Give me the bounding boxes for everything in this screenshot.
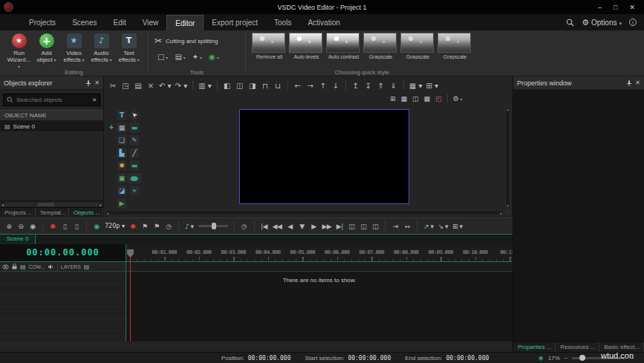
palette-tool-icon[interactable]: ▶	[116, 197, 128, 209]
track-row[interactable]	[0, 272, 126, 284]
search-input[interactable]	[16, 97, 89, 103]
snap-toolbar-icon[interactable]: ▦	[401, 95, 408, 102]
quick-style-auto-levels[interactable]: Auto levels	[289, 33, 324, 59]
search-icon[interactable]	[566, 19, 574, 27]
visibility-eye-icon[interactable]	[2, 264, 9, 269]
speaker-icon[interactable]	[48, 264, 54, 269]
playback-control-icon[interactable]: ◷	[165, 223, 172, 230]
quick-style-grayscale-1[interactable]: Grayscale	[363, 33, 398, 59]
palette-tool-icon[interactable]: ▬	[129, 160, 140, 171]
playback-control-icon[interactable]: ▶	[310, 223, 317, 230]
horizontal-scrollbar[interactable]	[0, 200, 103, 207]
playback-control-icon[interactable]: ⚑	[141, 223, 149, 230]
editor-toolbar-icon[interactable]: ▤	[134, 82, 143, 90]
quick-style-grayscale-3[interactable]: Grayscale	[438, 33, 472, 59]
layers-column-header[interactable]: LAYERS	[61, 264, 81, 269]
tab-projects-explorer[interactable]: Projects ...	[0, 208, 36, 218]
close-icon[interactable]: ✕	[94, 79, 100, 86]
palette-tool-icon[interactable]: ●	[126, 172, 143, 184]
zoom-knob[interactable]	[579, 355, 585, 361]
options-button[interactable]: Options	[582, 18, 622, 27]
scroll-right-icon[interactable]	[100, 202, 102, 207]
menu-item-activation[interactable]: Activation	[299, 15, 348, 30]
components-column-header[interactable]: COM...	[29, 264, 45, 269]
palette-tool-icon[interactable]: ▬	[129, 122, 140, 134]
info-icon[interactable]	[629, 19, 637, 26]
zoom-fit-icon[interactable]	[539, 354, 544, 362]
track-row[interactable]	[0, 307, 126, 319]
editor-toolbar-icon[interactable]: ◨	[248, 82, 257, 90]
add-object-button[interactable]: Add object	[33, 33, 59, 71]
tools-row-icon[interactable]: ◉	[209, 53, 219, 61]
snap-toolbar-icon[interactable]: ▩	[424, 95, 431, 102]
track-row[interactable]	[0, 319, 126, 331]
tools-row-icon[interactable]: ▤	[175, 53, 185, 61]
quick-style-auto-contrast[interactable]: Auto contrast	[326, 33, 361, 59]
editor-toolbar-icon[interactable]: ←	[293, 82, 302, 90]
cutting-splitting-button[interactable]: Cutting and splitting	[155, 36, 239, 46]
tab-properties[interactable]: Properties ...	[513, 342, 556, 352]
palette-tool-icon[interactable]: ▙	[116, 147, 128, 159]
pin-icon[interactable]	[85, 80, 91, 86]
text-effects-button[interactable]: Text effects	[116, 33, 142, 71]
palette-tool-icon[interactable]: ✴	[129, 185, 140, 197]
video-effects-button[interactable]: Video effects	[61, 33, 87, 71]
menu-item-edit[interactable]: Edit	[105, 15, 134, 30]
layers-list-icon[interactable]	[84, 264, 90, 270]
palette-tool-icon[interactable]: ◪	[116, 185, 128, 197]
editor-toolbar-icon[interactable]: ◫	[235, 82, 244, 90]
volume-knob[interactable]	[212, 223, 216, 229]
editor-toolbar-icon[interactable]: ⊓	[261, 82, 270, 90]
palette-tool-icon[interactable]: ✱	[116, 160, 128, 171]
horizontal-scrollbar[interactable]	[105, 210, 504, 215]
playhead-line[interactable]	[130, 257, 131, 341]
scroll-right-icon[interactable]	[500, 211, 502, 215]
tab-resources[interactable]: Resources ...	[556, 342, 599, 352]
playback-control-icon[interactable]: ▶▶	[322, 223, 331, 230]
zoom-out-icon[interactable]	[565, 355, 568, 362]
pin-icon[interactable]	[626, 80, 632, 86]
menu-item-view[interactable]: View	[134, 15, 167, 30]
vertical-scrollbar[interactable]	[505, 106, 510, 209]
palette-tool-icon[interactable]: ╱	[129, 147, 140, 159]
snap-toolbar-icon[interactable]: ⊞	[390, 95, 396, 102]
volume-slider[interactable]	[198, 225, 228, 227]
playback-control-icon[interactable]: ⇥	[391, 223, 399, 230]
scroll-left-icon[interactable]	[107, 211, 109, 215]
playback-control-icon[interactable]: ↗ ▾	[423, 223, 433, 230]
timeline-ruler[interactable]: 00:01.00000:02.00000:03.00000:04.00000:0…	[126, 244, 513, 262]
move-tool-icon[interactable]	[107, 109, 116, 209]
scene-tab[interactable]: Scene 0	[0, 235, 36, 244]
playback-control-icon[interactable]: ◫	[360, 223, 367, 230]
close-icon[interactable]: ✕	[635, 79, 640, 86]
editor-toolbar-icon[interactable]: ↓	[331, 82, 340, 90]
playback-control-icon[interactable]: ◉	[29, 223, 36, 230]
playback-control-icon[interactable]: ▯	[61, 223, 68, 230]
playback-control-icon[interactable]: ◷	[241, 223, 248, 230]
tab-objects-explorer[interactable]: Objects ...	[69, 208, 103, 218]
playback-control-icon[interactable]: ♪ ▾	[185, 223, 194, 230]
editor-toolbar-icon[interactable]: ▦ ▾	[409, 82, 423, 90]
playback-control-icon[interactable]: ▶|	[336, 223, 343, 230]
quick-style-remove-all[interactable]: Remove all	[252, 33, 287, 59]
menu-item-export-project[interactable]: Export project	[204, 15, 266, 30]
playback-control-icon[interactable]: ◫	[348, 223, 355, 230]
playback-control-icon[interactable]: ⊞ ▾	[452, 223, 462, 230]
track-row[interactable]	[0, 284, 126, 295]
editor-toolbar-icon[interactable]: ✂	[108, 82, 117, 90]
editor-toolbar-icon[interactable]: →	[306, 82, 315, 90]
lock-icon[interactable]	[12, 264, 17, 269]
editor-toolbar-icon[interactable]: ↶ ▾	[159, 82, 172, 90]
palette-tool-icon[interactable]: ❏	[116, 134, 128, 146]
editor-toolbar-icon[interactable]: ▥ ▾	[198, 82, 212, 90]
editor-toolbar-icon[interactable]: ⇑	[377, 82, 386, 90]
scrollbar-handle[interactable]	[38, 203, 54, 206]
editor-toolbar-icon[interactable]: ↧	[364, 82, 373, 90]
playback-control-icon[interactable]: ●	[49, 223, 56, 229]
maximize-button[interactable]: □	[614, 4, 617, 11]
playback-control-icon[interactable]: ◀◀	[273, 223, 282, 230]
playback-control-icon[interactable]: ◫	[371, 223, 379, 230]
preview-canvas[interactable]	[239, 109, 409, 204]
menu-item-editor[interactable]: Editor	[166, 15, 204, 30]
track-row[interactable]	[0, 295, 126, 307]
